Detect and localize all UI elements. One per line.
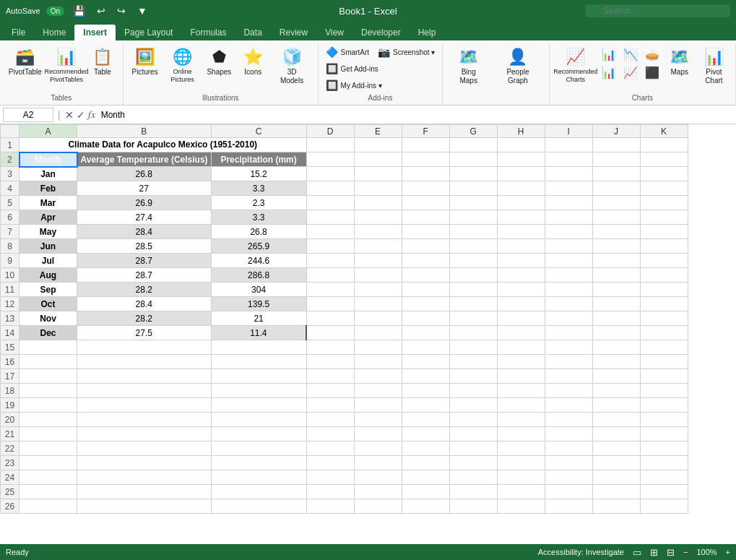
cell-c5[interactable]: 2.3 (211, 196, 306, 210)
cell-e2[interactable] (354, 152, 402, 167)
cell-k2[interactable] (640, 152, 688, 167)
cell-h1[interactable] (497, 138, 545, 152)
shapes-button[interactable]: ⬟ Shapes (203, 45, 236, 79)
icons-button[interactable]: ⭐ Icons (237, 45, 269, 79)
cell-c2[interactable]: Precipitation (mm) (211, 152, 306, 167)
zoom-out-icon[interactable]: − (683, 548, 688, 556)
cell-k1[interactable] (640, 138, 688, 152)
zoom-in-icon[interactable]: + (726, 548, 730, 556)
cell-a9[interactable]: Jul (20, 254, 77, 268)
col-header-k[interactable]: K (640, 125, 688, 138)
cell-b12[interactable]: 28.4 (77, 297, 212, 311)
people-graph-button[interactable]: 👤 People Graph (491, 45, 545, 88)
bar-chart-button[interactable]: 📊 (599, 64, 619, 81)
view-layout-icon[interactable]: ⊞ (650, 547, 658, 558)
cell-c10[interactable]: 286.8 (211, 268, 306, 283)
cell-c14[interactable]: 11.4 (211, 326, 306, 340)
cell-a1[interactable]: Climate Data for Acapulco Mexico (1951-2… (20, 138, 307, 152)
cell-f2[interactable] (402, 152, 449, 167)
col-header-j[interactable]: J (592, 125, 640, 138)
cell-b8[interactable]: 28.5 (77, 239, 212, 254)
view-pagebreak-icon[interactable]: ⊟ (667, 547, 675, 558)
cell-d2[interactable] (306, 152, 354, 167)
tab-review[interactable]: Review (271, 25, 316, 40)
cell-a13[interactable]: Nov (20, 311, 77, 326)
tab-data[interactable]: Data (235, 25, 270, 40)
cell-b14[interactable]: 27.5 (77, 326, 212, 340)
confirm-formula-icon[interactable]: ✓ (77, 109, 85, 121)
cell-a2[interactable]: Month (20, 152, 77, 167)
cell-b13[interactable]: 28.2 (77, 311, 212, 326)
tab-page-layout[interactable]: Page Layout (116, 25, 181, 40)
cell-a5[interactable]: Mar (20, 196, 77, 210)
cell-c13[interactable]: 21 (211, 311, 306, 326)
cell-a10[interactable]: Aug (20, 268, 77, 283)
tab-insert[interactable]: Insert (74, 25, 116, 40)
cell-a4[interactable]: Feb (20, 181, 77, 196)
3d-models-button[interactable]: 🧊 3D Models (270, 45, 313, 88)
smartart-button[interactable]: 🔷 SmartArt (323, 45, 372, 59)
maps-chart-button[interactable]: 🗺️ Maps (664, 45, 696, 79)
redo-icon[interactable]: ↪ (114, 4, 129, 18)
col-header-e[interactable]: E (354, 125, 402, 138)
cell-a11[interactable]: Sep (20, 283, 77, 297)
undo-icon[interactable]: ↩ (94, 4, 108, 18)
line-chart-button[interactable]: 📉 (620, 46, 641, 63)
cell-h2[interactable] (497, 152, 545, 167)
cell-b7[interactable]: 28.4 (77, 225, 212, 239)
screenshot-button[interactable]: 📷 Screenshot ▾ (375, 45, 438, 59)
cell-a8[interactable]: Jun (20, 239, 77, 254)
bing-maps-button[interactable]: 🗺️ Bing Maps (447, 45, 490, 88)
tab-help[interactable]: Help (410, 25, 445, 40)
cell-j1[interactable] (592, 138, 640, 152)
cell-i1[interactable] (545, 138, 592, 152)
cancel-formula-icon[interactable]: ✕ (65, 109, 74, 121)
cell-a3[interactable]: Jan (20, 167, 77, 181)
pie-chart-button[interactable]: 🥧 (642, 46, 662, 63)
tab-file[interactable]: File (3, 25, 34, 40)
recommended-charts-button[interactable]: 📈 Recommended Charts (554, 45, 597, 87)
col-header-g[interactable]: G (449, 125, 497, 138)
cell-j2[interactable] (592, 152, 640, 167)
cell-b6[interactable]: 27.4 (77, 210, 212, 225)
cell-a6[interactable]: Apr (20, 210, 77, 225)
cell-g2[interactable] (449, 152, 497, 167)
cell-b4[interactable]: 27 (77, 181, 212, 196)
cell-b10[interactable]: 28.7 (77, 268, 212, 283)
cell-b2[interactable]: Average Temperature (Celsius) (77, 152, 212, 167)
pictures-button[interactable]: 🖼️ Pictures (128, 45, 163, 79)
col-header-i[interactable]: I (545, 125, 592, 138)
cell-c9[interactable]: 244.6 (211, 254, 306, 268)
cell-name-box[interactable] (3, 108, 53, 122)
cell-c7[interactable]: 26.8 (211, 225, 306, 239)
cell-a14[interactable]: Dec (20, 326, 77, 340)
cell-c11[interactable]: 304 (211, 283, 306, 297)
col-header-d[interactable]: D (306, 125, 354, 138)
cell-e1[interactable] (354, 138, 402, 152)
col-header-c[interactable]: C (211, 125, 306, 138)
col-header-a[interactable]: A (20, 125, 77, 138)
table-button[interactable]: 📋 Table (87, 45, 118, 79)
tab-view[interactable]: View (316, 25, 352, 40)
cell-d1[interactable] (306, 138, 354, 152)
cell-c8[interactable]: 265.9 (211, 239, 306, 254)
pivottable-button[interactable]: 🗃️ PivotTable (4, 45, 46, 79)
col-header-b[interactable]: B (77, 125, 212, 138)
cell-c4[interactable]: 3.3 (211, 181, 306, 196)
cell-f1[interactable] (402, 138, 449, 152)
column-chart-button[interactable]: 📊 (599, 46, 619, 63)
formula-input[interactable] (98, 109, 733, 121)
cell-a7[interactable]: May (20, 225, 77, 239)
sheet-scroll[interactable]: A B C D E F G H I J K 1 Climate Data fo (0, 124, 736, 560)
my-addins-button[interactable]: 🔲 My Add-ins ▾ (323, 78, 385, 92)
recommended-pivottables-button[interactable]: 📊 Recommended PivotTables (48, 45, 85, 87)
area-chart-button[interactable]: 📈 (620, 64, 641, 81)
cell-b3[interactable]: 26.8 (77, 167, 212, 181)
cell-g1[interactable] (449, 138, 497, 152)
autosave-toggle[interactable]: On (46, 7, 64, 16)
tab-developer[interactable]: Developer (352, 25, 410, 40)
cell-c6[interactable]: 3.3 (211, 210, 306, 225)
tab-formulas[interactable]: Formulas (181, 25, 235, 40)
cell-b5[interactable]: 26.9 (77, 196, 212, 210)
save-icon[interactable]: 💾 (70, 4, 88, 18)
